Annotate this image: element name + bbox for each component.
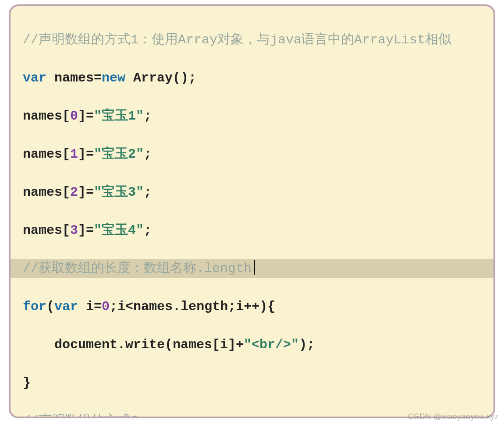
comment-text: //声明数组的方式2： bbox=[23, 413, 152, 419]
code-editor-frame: //声明数组的方式1：使用Array对象，与java语言中的ArrayList相… bbox=[9, 4, 495, 418]
highlighted-line: //获取数组的长度：数组名称.length bbox=[11, 259, 493, 279]
code-line: var names=new Array(); bbox=[11, 69, 493, 88]
watermark-text: CSDN @xiaoyaoyou.xyz bbox=[408, 412, 499, 421]
code-block: //声明数组的方式1：使用Array对象，与java语言中的ArrayList相… bbox=[11, 6, 493, 418]
code-line: names[3]="宝玉4"; bbox=[11, 221, 493, 240]
comment-text: //声明数组的方式1：使用Array对象，与java语言中的ArrayList相… bbox=[23, 32, 451, 47]
comment-text: //获取数组的长度：数组名称.length bbox=[23, 261, 252, 276]
code-line: names[1]="宝玉2"; bbox=[11, 145, 493, 164]
code-line: } bbox=[11, 374, 493, 393]
code-line: document.write(names[i]+"<br/>"); bbox=[11, 336, 493, 355]
text-cursor bbox=[254, 260, 255, 275]
code-line: names[2]="宝玉3"; bbox=[11, 183, 493, 202]
code-line: //声明数组的方式1：使用Array对象，与java语言中的ArrayList相… bbox=[11, 31, 493, 50]
code-line: for(var i=0;i<names.length;i++){ bbox=[11, 297, 493, 317]
code-line: names[0]="宝玉1"; bbox=[11, 107, 493, 126]
